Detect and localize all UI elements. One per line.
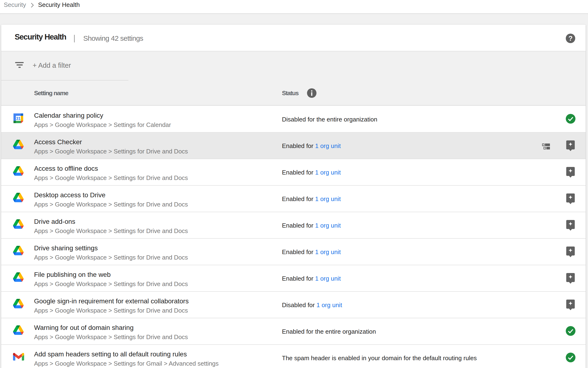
svg-text:31: 31 (16, 116, 21, 121)
